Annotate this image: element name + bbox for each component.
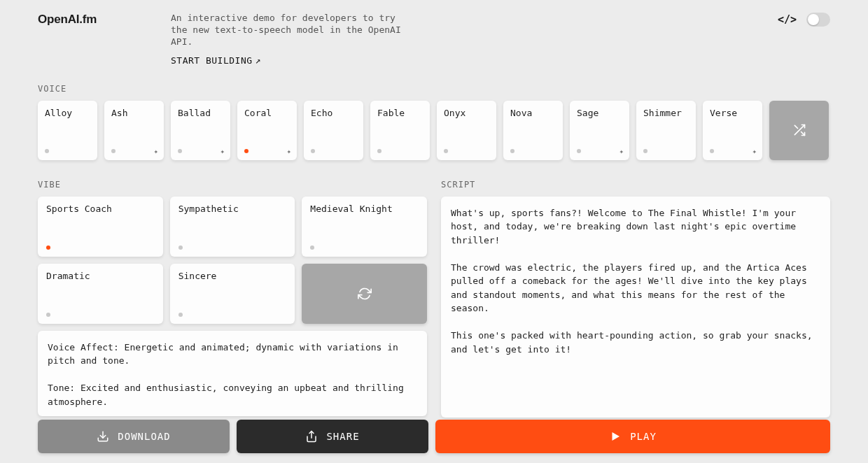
vibe-section-label: VIBE — [38, 180, 427, 190]
code-icon[interactable]: </> — [778, 13, 797, 26]
selection-dot-icon — [577, 149, 581, 153]
sparkle-icon: ✦ — [619, 147, 624, 156]
vibe-card-sports-coach[interactable]: Sports Coach — [38, 197, 163, 257]
selection-dot-icon — [244, 149, 248, 153]
play-label: PLAY — [630, 431, 657, 442]
sparkle-icon: ✦ — [220, 147, 225, 156]
voice-card-nova[interactable]: Nova — [503, 101, 563, 160]
action-bar: DOWNLOAD SHARE PLAY — [38, 420, 830, 453]
sparkle-icon: ✦ — [752, 147, 757, 156]
selection-dot-icon — [710, 149, 714, 153]
shuffle-icon — [792, 123, 806, 137]
vibe-name: Sports Coach — [46, 204, 112, 214]
svg-marker-5 — [612, 432, 620, 441]
voice-name: Ash — [111, 108, 127, 118]
selection-dot-icon — [45, 149, 49, 153]
intro-text: An interactive demo for developers to tr… — [171, 13, 409, 48]
vibe-card-sympathetic[interactable]: Sympathetic — [170, 197, 295, 257]
voice-name: Sage — [577, 108, 598, 118]
selection-dot-icon — [178, 149, 182, 153]
voice-shuffle-button[interactable] — [769, 101, 829, 160]
voice-card-verse[interactable]: Verse ✦ — [703, 101, 762, 160]
selection-dot-icon — [46, 313, 50, 317]
voice-card-ballad[interactable]: Ballad ✦ — [171, 101, 230, 160]
script-section-label: SCRIPT — [441, 180, 830, 190]
voice-card-coral[interactable]: Coral ✦ — [237, 101, 297, 160]
intro-block: An interactive demo for developers to tr… — [171, 13, 409, 67]
share-icon — [305, 430, 318, 443]
voice-section-label: VOICE — [38, 84, 830, 94]
voice-name: Coral — [244, 108, 272, 118]
voice-card-ash[interactable]: Ash ✦ — [104, 101, 164, 160]
selection-dot-icon — [377, 149, 382, 153]
voice-card-onyx[interactable]: Onyx — [437, 101, 496, 160]
header: OpenAI.fm An interactive demo for develo… — [0, 0, 868, 67]
voice-card-sage[interactable]: Sage ✦ — [570, 101, 629, 160]
voice-name: Shimmer — [643, 108, 682, 118]
sparkle-icon: ✦ — [153, 147, 158, 156]
vibe-name: Medieval Knight — [310, 204, 392, 214]
vibe-card-sincere[interactable]: Sincere — [170, 264, 295, 324]
vibe-card-medieval-knight[interactable]: Medieval Knight — [302, 197, 427, 257]
selection-dot-icon — [178, 313, 183, 317]
voice-card-alloy[interactable]: Alloy — [38, 101, 97, 160]
vibe-refresh-button[interactable] — [302, 264, 427, 324]
external-link-icon: ↗ — [255, 55, 261, 66]
play-button[interactable]: PLAY — [435, 420, 830, 453]
vibe-name: Sincere — [178, 271, 217, 281]
selection-dot-icon — [46, 245, 50, 250]
logo: OpenAI.fm — [38, 13, 143, 27]
vibe-name: Sympathetic — [178, 204, 239, 214]
voice-name: Ballad — [178, 108, 211, 118]
voice-name: Nova — [510, 108, 532, 118]
voice-name: Alloy — [45, 108, 72, 118]
voice-card-fable[interactable]: Fable — [370, 101, 430, 160]
download-button[interactable]: DOWNLOAD — [38, 420, 230, 453]
theme-toggle[interactable] — [806, 13, 830, 27]
start-building-label: START BUILDING — [171, 55, 253, 66]
voice-name: Verse — [710, 108, 737, 118]
selection-dot-icon — [643, 149, 648, 153]
play-icon — [609, 430, 622, 443]
voice-row: Alloy Ash ✦ Ballad ✦ Coral ✦ Echo Fable … — [38, 101, 830, 160]
start-building-link[interactable]: START BUILDING↗ — [171, 55, 409, 67]
voice-card-echo[interactable]: Echo — [304, 101, 363, 160]
sparkle-icon: ✦ — [286, 147, 291, 156]
selection-dot-icon — [444, 149, 448, 153]
selection-dot-icon — [178, 245, 183, 250]
script-textarea[interactable]: What's up, sports fans?! Welcome to The … — [441, 197, 830, 418]
vibe-description-panel[interactable]: Voice Affect: Energetic and animated; dy… — [38, 331, 427, 416]
share-label: SHARE — [326, 431, 359, 442]
share-button[interactable]: SHARE — [237, 420, 428, 453]
refresh-icon — [358, 287, 372, 301]
voice-card-shimmer[interactable]: Shimmer — [636, 101, 696, 160]
voice-name: Onyx — [444, 108, 465, 118]
voice-name: Echo — [311, 108, 332, 118]
selection-dot-icon — [510, 149, 514, 153]
vibe-card-dramatic[interactable]: Dramatic — [38, 264, 163, 324]
voice-name: Fable — [377, 108, 405, 118]
selection-dot-icon — [111, 149, 115, 153]
download-label: DOWNLOAD — [118, 431, 170, 442]
vibe-grid: Sports Coach Sympathetic Medieval Knight… — [38, 197, 427, 324]
header-controls: </> — [778, 13, 830, 27]
svg-line-2 — [794, 125, 797, 128]
download-icon — [97, 430, 109, 443]
selection-dot-icon — [310, 245, 314, 250]
selection-dot-icon — [311, 149, 315, 153]
vibe-name: Dramatic — [46, 271, 90, 281]
